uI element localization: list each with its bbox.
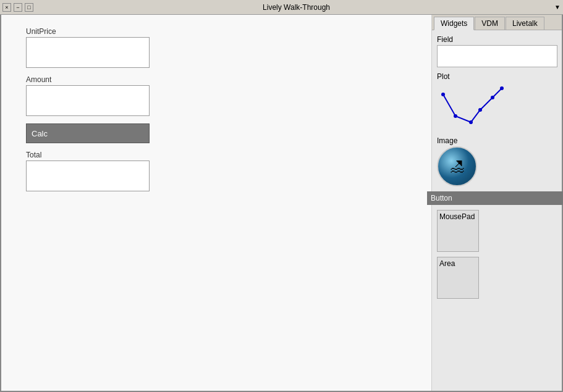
left-panel: UnitPrice Amount Calc Total [1,15,432,391]
total-label: Total [26,151,407,159]
calc-button[interactable]: Calc [26,123,150,143]
window-title: Lively Walk-Through [38,3,554,12]
unit-price-group: UnitPrice [26,27,407,68]
arrow-icon[interactable]: ▼ [554,4,561,10]
field-widget-label: Field [437,35,557,44]
mousepad-label: MousePad [439,212,475,221]
svg-point-2 [469,120,473,124]
plot-widget-label: Plot [437,72,450,81]
image-placeholder [437,146,477,186]
svg-point-5 [500,86,504,90]
svg-point-4 [491,96,494,99]
tab-livetalk[interactable]: Livetalk [506,17,544,30]
field-widget: Field [437,35,557,67]
amount-label: Amount [26,75,407,84]
window-content: UnitPrice Amount Calc Total Widgets VDM … [0,15,563,392]
unit-price-label: UnitPrice [26,27,407,36]
right-panel: Widgets VDM Livetalk Field Plot [432,15,562,391]
mousepad-widget[interactable]: MousePad [437,210,479,252]
button-section-header: Button [427,191,563,205]
tab-vdm[interactable]: VDM [475,17,505,30]
svg-point-1 [454,114,457,118]
plot-widget: Plot [437,72,557,131]
image-widget-label: Image [437,136,457,145]
tabs-bar: Widgets VDM Livetalk [432,15,562,30]
unit-price-input[interactable] [26,37,150,68]
total-input[interactable] [26,161,150,191]
area-label: Area [439,259,455,268]
svg-point-0 [441,93,445,96]
maximize-button[interactable]: □ [25,3,33,12]
widget-boxes-container: MousePad Area [432,205,562,304]
total-group: Total [26,151,407,191]
plot-canvas [437,82,511,131]
button-section-label: Button [431,194,452,202]
area-widget[interactable]: Area [437,257,479,299]
image-widget: Image [437,136,557,186]
close-button[interactable]: × [2,3,11,12]
right-content: Field Plot [432,30,562,191]
amount-input[interactable] [26,85,150,116]
minimize-button[interactable]: − [14,3,22,12]
tab-widgets[interactable]: Widgets [434,17,474,30]
svg-point-3 [478,108,482,112]
plot-svg [437,82,511,128]
amount-group: Amount [26,75,407,116]
title-bar: × − □ Lively Walk-Through ▼ [0,0,563,15]
window-controls: × − □ [2,3,33,12]
field-widget-box[interactable] [437,45,557,67]
